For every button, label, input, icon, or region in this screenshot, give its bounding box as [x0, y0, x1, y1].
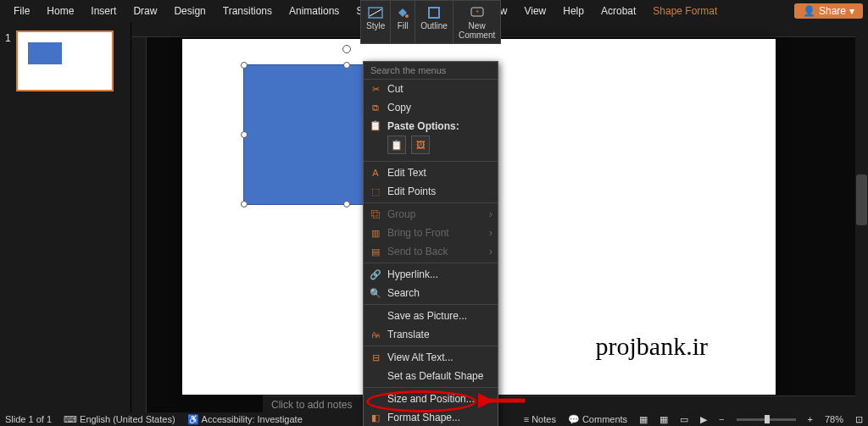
outline-icon	[420, 4, 448, 21]
zoom-out-button[interactable]: −	[719, 414, 724, 424]
link-icon: 🔗	[369, 269, 382, 280]
zoom-slider-knob[interactable]	[765, 415, 770, 423]
status-slide-count[interactable]: Slide 1 of 1	[5, 414, 52, 424]
menu-draw[interactable]: Draw	[125, 2, 165, 20]
fit-to-window-button[interactable]: ⊡	[855, 414, 863, 425]
zoom-level[interactable]: 78%	[825, 414, 843, 424]
zoom-slider[interactable]	[737, 418, 796, 421]
alt-text-icon: ⊟	[369, 352, 382, 363]
slide-thumbnail[interactable]	[16, 30, 114, 91]
status-comments-button[interactable]: 💬Comments	[568, 414, 627, 425]
resize-handle[interactable]	[241, 201, 248, 207]
send-back-icon: ▤	[369, 246, 382, 257]
mini-fill-label: Fill	[396, 21, 409, 30]
mini-outline-label: Outline	[420, 21, 448, 30]
menu-home[interactable]: Home	[38, 2, 82, 20]
slide-thumbnail-panel: 1	[0, 22, 131, 412]
ruler-vertical	[131, 37, 147, 412]
svg-rect-3	[429, 8, 439, 18]
thumb-number: 1	[5, 30, 11, 91]
context-menu: Search the menus ✂Cut ⧉Copy 📋Paste Optio…	[363, 61, 498, 426]
ctx-paste-options: 📋 🖼	[364, 134, 498, 159]
mini-outline-button[interactable]: Outline	[415, 1, 453, 43]
mini-new-comment-button[interactable]: + New Comment	[453, 1, 500, 43]
format-shape-icon: ◧	[369, 412, 382, 423]
rotate-handle[interactable]	[342, 45, 351, 53]
share-label: Share	[819, 5, 846, 17]
menu-animations[interactable]: Animations	[281, 2, 348, 20]
edit-points-icon: ⬚	[369, 186, 382, 197]
language-icon: ⌨	[64, 414, 77, 425]
svg-text:+: +	[475, 8, 479, 15]
notes-pane[interactable]: Click to add notes	[263, 396, 868, 412]
ctx-translate[interactable]: 🗛Translate	[364, 325, 498, 344]
resize-handle[interactable]	[343, 62, 350, 69]
context-search-input[interactable]: Search the menus	[364, 62, 498, 80]
group-icon: ⿻	[369, 209, 382, 219]
notes-icon: ≡	[524, 414, 529, 424]
slide-canvas[interactable]: projbank.ir Click to add notes	[131, 22, 868, 412]
ctx-copy[interactable]: ⧉Copy	[364, 98, 498, 117]
ctx-send-back: ▤Send to Back	[364, 242, 498, 261]
paste-icon: 📋	[369, 120, 382, 131]
zoom-in-button[interactable]: +	[808, 414, 813, 424]
ctx-default-shape[interactable]: Set as Default Shape	[364, 367, 498, 385]
mini-fill-button[interactable]: Fill	[391, 1, 415, 43]
cut-icon: ✂	[369, 84, 382, 95]
paste-option-picture[interactable]: 🖼	[411, 136, 430, 154]
ctx-edit-text[interactable]: AEdit Text	[364, 163, 498, 182]
scrollbar-thumb[interactable]	[856, 174, 867, 225]
status-language[interactable]: ⌨English (United States)	[64, 414, 175, 425]
svg-point-2	[405, 14, 409, 18]
menu-file[interactable]: File	[5, 2, 38, 20]
mini-new-comment-label: New Comment	[459, 21, 495, 40]
share-icon: 👤	[803, 5, 815, 17]
vertical-scrollbar[interactable]	[855, 22, 868, 412]
ctx-search[interactable]: 🔍Search	[364, 284, 498, 302]
comments-icon: 💬	[568, 414, 580, 425]
ctx-size-position[interactable]: Size and Position...	[364, 390, 498, 408]
paste-option-theme[interactable]: 📋	[387, 136, 406, 154]
status-notes-button[interactable]: ≡Notes	[524, 414, 556, 424]
view-reading-button[interactable]: ▭	[680, 414, 688, 425]
menu-help[interactable]: Help	[554, 2, 593, 20]
ctx-paste-label: 📋Paste Options:	[364, 117, 498, 134]
status-accessibility[interactable]: ♿Accessibility: Investigate	[187, 414, 303, 425]
ctx-save-as-picture[interactable]: Save as Picture...	[364, 307, 498, 325]
menu-transitions[interactable]: Transitions	[214, 2, 281, 20]
accessibility-icon: ♿	[187, 414, 199, 425]
ctx-hyperlink[interactable]: 🔗Hyperlink...	[364, 265, 498, 284]
fill-icon	[396, 4, 409, 21]
chevron-down-icon: ▾	[849, 5, 854, 17]
ctx-edit-points[interactable]: ⬚Edit Points	[364, 182, 498, 201]
mini-style-button[interactable]: Style	[361, 1, 391, 43]
thumb-shape	[28, 42, 62, 64]
menu-shape-format[interactable]: Shape Format	[644, 2, 726, 20]
view-sorter-button[interactable]: ▦	[659, 414, 668, 425]
bring-front-icon: ▥	[369, 228, 382, 239]
copy-icon: ⧉	[369, 102, 382, 113]
comment-icon: +	[459, 4, 495, 21]
menu-view[interactable]: View	[515, 2, 554, 20]
view-normal-button[interactable]: ▦	[639, 414, 648, 425]
view-slideshow-button[interactable]: ▶	[700, 414, 707, 425]
ctx-format-shape[interactable]: ◧Format Shape...	[364, 408, 498, 426]
resize-handle[interactable]	[343, 201, 350, 207]
edit-text-icon: A	[369, 168, 382, 178]
ctx-group: ⿻Group	[364, 205, 498, 224]
search-icon: 🔍	[369, 288, 382, 299]
ctx-alt-text[interactable]: ⊟View Alt Text...	[364, 348, 498, 367]
mini-style-label: Style	[366, 21, 385, 30]
menu-insert[interactable]: Insert	[82, 2, 125, 20]
svg-line-1	[370, 9, 381, 16]
menu-design[interactable]: Design	[165, 2, 214, 20]
resize-handle[interactable]	[241, 131, 248, 138]
mini-toolbar: Style Fill Outline + New Comment	[360, 0, 501, 44]
resize-handle[interactable]	[241, 62, 248, 69]
share-button[interactable]: 👤 Share ▾	[794, 3, 863, 19]
ctx-cut[interactable]: ✂Cut	[364, 80, 498, 98]
menu-acrobat[interactable]: Acrobat	[593, 2, 644, 20]
translate-icon: 🗛	[369, 329, 382, 340]
ctx-bring-front: ▥Bring to Front	[364, 224, 498, 242]
watermark-text: projbank.ir	[596, 332, 708, 361]
